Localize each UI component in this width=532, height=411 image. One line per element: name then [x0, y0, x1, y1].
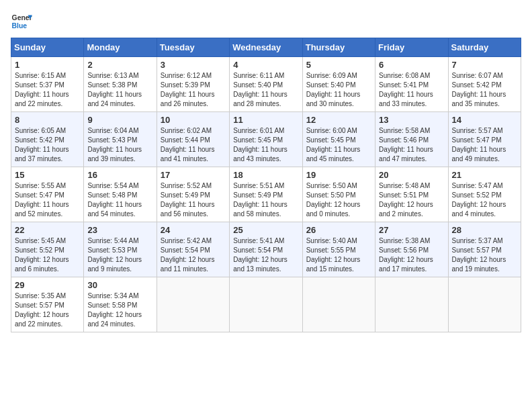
calendar-cell	[375, 277, 448, 332]
day-number: 22	[15, 225, 80, 235]
day-info: Sunrise: 5:48 AM Sunset: 5:51 PM Dayligh…	[379, 181, 444, 219]
calendar-cell: 4 Sunrise: 6:11 AM Sunset: 5:40 PM Dayli…	[230, 57, 302, 112]
day-info: Sunrise: 5:58 AM Sunset: 5:46 PM Dayligh…	[379, 126, 444, 164]
calendar-cell: 29 Sunrise: 5:35 AM Sunset: 5:57 PM Dayl…	[11, 277, 84, 332]
day-info: Sunrise: 6:07 AM Sunset: 5:42 PM Dayligh…	[452, 71, 517, 109]
calendar-cell: 30 Sunrise: 5:34 AM Sunset: 5:58 PM Dayl…	[84, 277, 157, 332]
day-info: Sunrise: 6:02 AM Sunset: 5:44 PM Dayligh…	[161, 126, 226, 164]
calendar-cell: 15 Sunrise: 5:55 AM Sunset: 5:47 PM Dayl…	[11, 167, 84, 222]
day-number: 12	[306, 115, 371, 125]
calendar-cell: 26 Sunrise: 5:40 AM Sunset: 5:55 PM Dayl…	[302, 222, 375, 277]
day-info: Sunrise: 5:52 AM Sunset: 5:49 PM Dayligh…	[161, 181, 226, 219]
day-number: 11	[233, 115, 298, 125]
day-number: 3	[161, 60, 226, 70]
calendar-cell	[448, 277, 521, 332]
day-number: 19	[306, 170, 371, 180]
svg-text:Blue: Blue	[12, 22, 28, 30]
calendar-cell: 3 Sunrise: 6:12 AM Sunset: 5:39 PM Dayli…	[157, 57, 229, 112]
calendar-cell: 21 Sunrise: 5:47 AM Sunset: 5:52 PM Dayl…	[448, 167, 521, 222]
day-info: Sunrise: 5:34 AM Sunset: 5:58 PM Dayligh…	[87, 291, 152, 329]
day-number: 27	[379, 225, 444, 235]
day-info: Sunrise: 5:51 AM Sunset: 5:49 PM Dayligh…	[233, 181, 298, 219]
day-number: 9	[87, 115, 152, 125]
day-number: 15	[15, 170, 80, 180]
calendar-cell: 19 Sunrise: 5:50 AM Sunset: 5:50 PM Dayl…	[302, 167, 375, 222]
calendar-cell: 20 Sunrise: 5:48 AM Sunset: 5:51 PM Dayl…	[375, 167, 448, 222]
day-info: Sunrise: 5:44 AM Sunset: 5:53 PM Dayligh…	[87, 236, 152, 274]
calendar-table: SundayMondayTuesdayWednesdayThursdayFrid…	[11, 38, 521, 332]
calendar-header-monday: Monday	[84, 38, 157, 57]
day-number: 20	[379, 170, 444, 180]
day-info: Sunrise: 5:47 AM Sunset: 5:52 PM Dayligh…	[452, 181, 517, 219]
calendar-header-sunday: Sunday	[11, 38, 84, 57]
calendar-cell: 12 Sunrise: 6:00 AM Sunset: 5:45 PM Dayl…	[302, 112, 375, 167]
day-number: 13	[379, 115, 444, 125]
day-info: Sunrise: 5:57 AM Sunset: 5:47 PM Dayligh…	[452, 126, 517, 164]
day-number: 5	[306, 60, 371, 70]
day-number: 29	[15, 280, 80, 290]
logo: General Blue	[11, 11, 32, 32]
day-number: 8	[15, 115, 80, 125]
calendar-week-2: 8 Sunrise: 6:05 AM Sunset: 5:42 PM Dayli…	[11, 112, 521, 167]
day-number: 28	[452, 225, 517, 235]
calendar-cell: 11 Sunrise: 6:01 AM Sunset: 5:45 PM Dayl…	[230, 112, 302, 167]
day-info: Sunrise: 5:45 AM Sunset: 5:52 PM Dayligh…	[15, 236, 80, 274]
day-info: Sunrise: 5:42 AM Sunset: 5:54 PM Dayligh…	[161, 236, 226, 274]
calendar-cell	[302, 277, 375, 332]
calendar-week-1: 1 Sunrise: 6:15 AM Sunset: 5:37 PM Dayli…	[11, 57, 521, 112]
day-number: 2	[87, 60, 152, 70]
day-number: 24	[161, 225, 226, 235]
day-info: Sunrise: 6:11 AM Sunset: 5:40 PM Dayligh…	[233, 71, 298, 109]
day-number: 17	[161, 170, 226, 180]
day-number: 23	[87, 225, 152, 235]
day-info: Sunrise: 6:04 AM Sunset: 5:43 PM Dayligh…	[87, 126, 152, 164]
calendar-week-3: 15 Sunrise: 5:55 AM Sunset: 5:47 PM Dayl…	[11, 167, 521, 222]
calendar-header-friday: Friday	[375, 38, 448, 57]
calendar-cell: 2 Sunrise: 6:13 AM Sunset: 5:38 PM Dayli…	[84, 57, 157, 112]
day-number: 16	[87, 170, 152, 180]
day-number: 18	[233, 170, 298, 180]
day-info: Sunrise: 6:00 AM Sunset: 5:45 PM Dayligh…	[306, 126, 371, 164]
calendar-header-thursday: Thursday	[302, 38, 375, 57]
day-number: 26	[306, 225, 371, 235]
day-info: Sunrise: 6:13 AM Sunset: 5:38 PM Dayligh…	[87, 71, 152, 109]
calendar-cell	[157, 277, 229, 332]
calendar-cell: 14 Sunrise: 5:57 AM Sunset: 5:47 PM Dayl…	[448, 112, 521, 167]
day-number: 4	[233, 60, 298, 70]
page-header: General Blue	[11, 11, 521, 32]
calendar-cell: 22 Sunrise: 5:45 AM Sunset: 5:52 PM Dayl…	[11, 222, 84, 277]
day-number: 30	[87, 280, 152, 290]
calendar-cell: 7 Sunrise: 6:07 AM Sunset: 5:42 PM Dayli…	[448, 57, 521, 112]
day-number: 6	[379, 60, 444, 70]
calendar-cell: 23 Sunrise: 5:44 AM Sunset: 5:53 PM Dayl…	[84, 222, 157, 277]
day-info: Sunrise: 6:01 AM Sunset: 5:45 PM Dayligh…	[233, 126, 298, 164]
calendar-cell: 27 Sunrise: 5:38 AM Sunset: 5:56 PM Dayl…	[375, 222, 448, 277]
calendar-cell: 24 Sunrise: 5:42 AM Sunset: 5:54 PM Dayl…	[157, 222, 229, 277]
calendar-cell: 13 Sunrise: 5:58 AM Sunset: 5:46 PM Dayl…	[375, 112, 448, 167]
calendar-cell: 25 Sunrise: 5:41 AM Sunset: 5:54 PM Dayl…	[230, 222, 302, 277]
day-info: Sunrise: 6:05 AM Sunset: 5:42 PM Dayligh…	[15, 126, 80, 164]
calendar-header-tuesday: Tuesday	[157, 38, 229, 57]
day-number: 21	[452, 170, 517, 180]
calendar-cell: 17 Sunrise: 5:52 AM Sunset: 5:49 PM Dayl…	[157, 167, 229, 222]
day-number: 7	[452, 60, 517, 70]
day-info: Sunrise: 5:38 AM Sunset: 5:56 PM Dayligh…	[379, 236, 444, 274]
calendar-cell: 8 Sunrise: 6:05 AM Sunset: 5:42 PM Dayli…	[11, 112, 84, 167]
calendar-header-wednesday: Wednesday	[230, 38, 302, 57]
day-number: 10	[161, 115, 226, 125]
day-number: 25	[233, 225, 298, 235]
calendar-cell: 16 Sunrise: 5:54 AM Sunset: 5:48 PM Dayl…	[84, 167, 157, 222]
day-info: Sunrise: 5:41 AM Sunset: 5:54 PM Dayligh…	[233, 236, 298, 274]
logo-icon: General Blue	[11, 11, 32, 32]
calendar-cell: 6 Sunrise: 6:08 AM Sunset: 5:41 PM Dayli…	[375, 57, 448, 112]
calendar-cell: 28 Sunrise: 5:37 AM Sunset: 5:57 PM Dayl…	[448, 222, 521, 277]
day-info: Sunrise: 6:08 AM Sunset: 5:41 PM Dayligh…	[379, 71, 444, 109]
calendar-cell: 1 Sunrise: 6:15 AM Sunset: 5:37 PM Dayli…	[11, 57, 84, 112]
day-info: Sunrise: 5:55 AM Sunset: 5:47 PM Dayligh…	[15, 181, 80, 219]
day-info: Sunrise: 5:35 AM Sunset: 5:57 PM Dayligh…	[15, 291, 80, 329]
day-info: Sunrise: 5:37 AM Sunset: 5:57 PM Dayligh…	[452, 236, 517, 274]
day-info: Sunrise: 5:40 AM Sunset: 5:55 PM Dayligh…	[306, 236, 371, 274]
day-info: Sunrise: 5:54 AM Sunset: 5:48 PM Dayligh…	[87, 181, 152, 219]
day-info: Sunrise: 6:12 AM Sunset: 5:39 PM Dayligh…	[161, 71, 226, 109]
calendar-week-5: 29 Sunrise: 5:35 AM Sunset: 5:57 PM Dayl…	[11, 277, 521, 332]
